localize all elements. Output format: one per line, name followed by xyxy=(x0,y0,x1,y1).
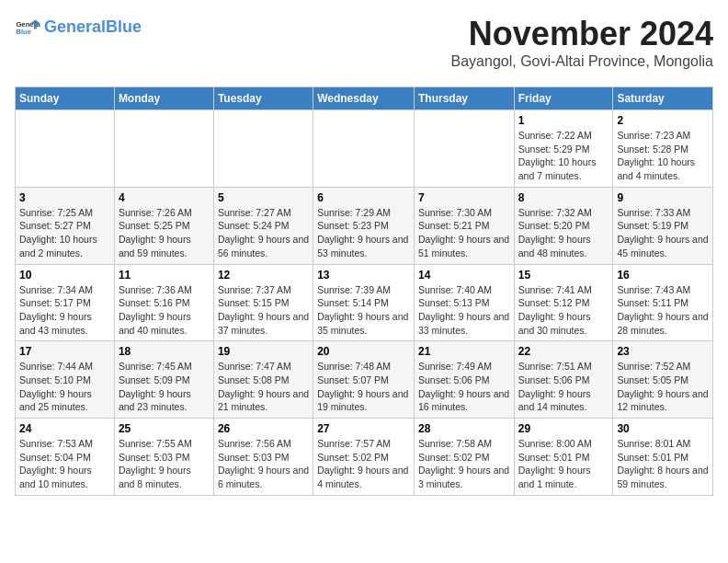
logo-general: General xyxy=(44,17,106,36)
day-info: Sunrise: 7:41 AM Sunset: 5:12 PM Dayligh… xyxy=(518,283,609,338)
day-number: 16 xyxy=(617,269,709,282)
day-info: Sunrise: 8:01 AM Sunset: 5:01 PM Dayligh… xyxy=(617,437,709,491)
day-number: 27 xyxy=(317,422,410,435)
day-info: Sunrise: 7:55 AM Sunset: 5:03 PM Dayligh… xyxy=(119,437,210,491)
day-info: Sunrise: 7:36 AM Sunset: 5:16 PM Dayligh… xyxy=(119,283,210,338)
day-number: 19 xyxy=(218,345,309,358)
day-info: Sunrise: 7:29 AM Sunset: 5:23 PM Dayligh… xyxy=(317,206,410,260)
day-info: Sunrise: 7:53 AM Sunset: 5:04 PM Dayligh… xyxy=(19,437,110,491)
calendar-cell xyxy=(16,110,115,188)
location-title: Bayangol, Govi-Altai Province, Mongolia xyxy=(451,53,713,70)
calendar-cell: 4Sunrise: 7:26 AM Sunset: 5:25 PM Daylig… xyxy=(114,187,213,264)
weekday-header-tuesday: Tuesday xyxy=(213,87,313,110)
calendar-cell xyxy=(114,110,213,188)
day-info: Sunrise: 7:40 AM Sunset: 5:13 PM Dayligh… xyxy=(418,283,510,338)
day-number: 25 xyxy=(119,422,210,435)
day-info: Sunrise: 7:56 AM Sunset: 5:03 PM Dayligh… xyxy=(218,437,309,491)
calendar-cell: 20Sunrise: 7:48 AM Sunset: 5:07 PM Dayli… xyxy=(313,341,415,419)
calendar-cell: 21Sunrise: 7:49 AM Sunset: 5:06 PM Dayli… xyxy=(414,341,514,419)
day-number: 22 xyxy=(518,345,609,358)
day-info: Sunrise: 7:25 AM Sunset: 5:27 PM Dayligh… xyxy=(19,206,110,260)
title-area: November 2024 Bayangol, Govi-Altai Provi… xyxy=(451,15,713,77)
day-number: 4 xyxy=(119,191,210,204)
day-number: 17 xyxy=(19,345,110,358)
day-info: Sunrise: 7:37 AM Sunset: 5:15 PM Dayligh… xyxy=(218,283,309,338)
day-info: Sunrise: 7:27 AM Sunset: 5:24 PM Dayligh… xyxy=(218,206,309,260)
day-info: Sunrise: 7:57 AM Sunset: 5:02 PM Dayligh… xyxy=(317,437,410,491)
day-number: 5 xyxy=(218,191,309,204)
month-title: November 2024 xyxy=(451,15,713,53)
day-number: 7 xyxy=(418,191,510,204)
calendar-cell: 29Sunrise: 8:00 AM Sunset: 5:01 PM Dayli… xyxy=(514,419,613,496)
calendar-table: SundayMondayTuesdayWednesdayThursdayFrid… xyxy=(15,86,713,496)
calendar-cell: 6Sunrise: 7:29 AM Sunset: 5:23 PM Daylig… xyxy=(313,187,415,264)
day-info: Sunrise: 7:30 AM Sunset: 5:21 PM Dayligh… xyxy=(418,206,510,260)
day-number: 18 xyxy=(119,345,210,358)
day-number: 12 xyxy=(218,269,309,282)
calendar-cell: 11Sunrise: 7:36 AM Sunset: 5:16 PM Dayli… xyxy=(114,264,213,341)
calendar-cell: 8Sunrise: 7:32 AM Sunset: 5:20 PM Daylig… xyxy=(514,187,613,264)
day-number: 13 xyxy=(317,269,410,282)
day-info: Sunrise: 7:51 AM Sunset: 5:06 PM Dayligh… xyxy=(518,360,609,414)
day-info: Sunrise: 7:44 AM Sunset: 5:10 PM Dayligh… xyxy=(19,360,110,414)
calendar-cell: 10Sunrise: 7:34 AM Sunset: 5:17 PM Dayli… xyxy=(16,264,115,341)
day-number: 15 xyxy=(518,269,609,282)
weekday-header-wednesday: Wednesday xyxy=(313,87,415,110)
calendar-cell: 2Sunrise: 7:23 AM Sunset: 5:28 PM Daylig… xyxy=(613,110,713,188)
calendar-cell xyxy=(213,110,313,188)
day-info: Sunrise: 7:58 AM Sunset: 5:02 PM Dayligh… xyxy=(418,437,510,491)
day-info: Sunrise: 8:00 AM Sunset: 5:01 PM Dayligh… xyxy=(518,437,609,491)
logo-text: GeneralBlue xyxy=(44,18,142,37)
day-info: Sunrise: 7:45 AM Sunset: 5:09 PM Dayligh… xyxy=(119,360,210,414)
day-number: 9 xyxy=(617,191,709,204)
svg-text:Blue: Blue xyxy=(16,28,31,36)
calendar-cell: 19Sunrise: 7:47 AM Sunset: 5:08 PM Dayli… xyxy=(213,341,313,419)
calendar-cell: 3Sunrise: 7:25 AM Sunset: 5:27 PM Daylig… xyxy=(16,187,115,264)
day-number: 11 xyxy=(119,269,210,282)
calendar-cell: 17Sunrise: 7:44 AM Sunset: 5:10 PM Dayli… xyxy=(16,341,115,419)
day-info: Sunrise: 7:34 AM Sunset: 5:17 PM Dayligh… xyxy=(19,283,110,338)
day-number: 28 xyxy=(418,422,510,435)
calendar-cell: 22Sunrise: 7:51 AM Sunset: 5:06 PM Dayli… xyxy=(514,341,613,419)
calendar-cell: 5Sunrise: 7:27 AM Sunset: 5:24 PM Daylig… xyxy=(213,187,313,264)
calendar-cell: 15Sunrise: 7:41 AM Sunset: 5:12 PM Dayli… xyxy=(514,264,613,341)
calendar-cell: 7Sunrise: 7:30 AM Sunset: 5:21 PM Daylig… xyxy=(414,187,514,264)
calendar-cell xyxy=(313,110,415,188)
calendar-cell xyxy=(414,110,514,188)
weekday-header-sunday: Sunday xyxy=(16,87,115,110)
day-info: Sunrise: 7:33 AM Sunset: 5:19 PM Dayligh… xyxy=(617,206,709,260)
calendar-cell: 18Sunrise: 7:45 AM Sunset: 5:09 PM Dayli… xyxy=(114,341,213,419)
day-number: 26 xyxy=(218,422,309,435)
calendar-cell: 14Sunrise: 7:40 AM Sunset: 5:13 PM Dayli… xyxy=(414,264,514,341)
calendar-cell: 23Sunrise: 7:52 AM Sunset: 5:05 PM Dayli… xyxy=(613,341,713,419)
calendar-cell: 25Sunrise: 7:55 AM Sunset: 5:03 PM Dayli… xyxy=(114,419,213,496)
day-info: Sunrise: 7:23 AM Sunset: 5:28 PM Dayligh… xyxy=(617,129,709,183)
day-number: 3 xyxy=(19,191,110,204)
day-number: 6 xyxy=(317,191,410,204)
weekday-header-monday: Monday xyxy=(114,87,213,110)
calendar-cell: 1Sunrise: 7:22 AM Sunset: 5:29 PM Daylig… xyxy=(514,110,613,188)
day-info: Sunrise: 7:26 AM Sunset: 5:25 PM Dayligh… xyxy=(119,206,210,260)
day-number: 24 xyxy=(19,422,110,435)
calendar-cell: 16Sunrise: 7:43 AM Sunset: 5:11 PM Dayli… xyxy=(613,264,713,341)
day-info: Sunrise: 7:47 AM Sunset: 5:08 PM Dayligh… xyxy=(218,360,309,414)
calendar-cell: 24Sunrise: 7:53 AM Sunset: 5:04 PM Dayli… xyxy=(16,419,115,496)
day-info: Sunrise: 7:49 AM Sunset: 5:06 PM Dayligh… xyxy=(418,360,510,414)
day-number: 21 xyxy=(418,345,510,358)
logo-blue: Blue xyxy=(106,17,142,36)
day-number: 1 xyxy=(518,114,609,127)
day-info: Sunrise: 7:39 AM Sunset: 5:14 PM Dayligh… xyxy=(317,283,410,338)
day-number: 30 xyxy=(617,422,709,435)
calendar-cell: 28Sunrise: 7:58 AM Sunset: 5:02 PM Dayli… xyxy=(414,419,514,496)
day-info: Sunrise: 7:22 AM Sunset: 5:29 PM Dayligh… xyxy=(518,129,609,183)
weekday-header-friday: Friday xyxy=(514,87,613,110)
day-number: 29 xyxy=(518,422,609,435)
day-number: 8 xyxy=(518,191,609,204)
calendar-cell: 27Sunrise: 7:57 AM Sunset: 5:02 PM Dayli… xyxy=(313,419,415,496)
calendar-cell: 26Sunrise: 7:56 AM Sunset: 5:03 PM Dayli… xyxy=(213,419,313,496)
calendar-cell: 9Sunrise: 7:33 AM Sunset: 5:19 PM Daylig… xyxy=(613,187,713,264)
calendar-cell: 30Sunrise: 8:01 AM Sunset: 5:01 PM Dayli… xyxy=(613,419,713,496)
day-number: 20 xyxy=(317,345,410,358)
weekday-header-saturday: Saturday xyxy=(613,87,713,110)
weekday-header-thursday: Thursday xyxy=(414,87,514,110)
